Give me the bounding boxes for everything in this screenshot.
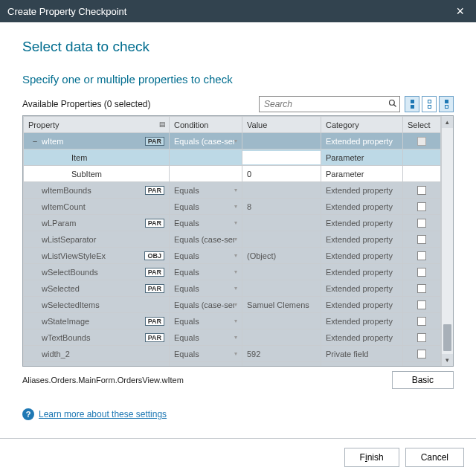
chevron-down-icon[interactable]: ▾ <box>234 219 237 226</box>
value-cell <box>242 329 321 346</box>
table-row[interactable]: –wItemPAREquals (case-sensitive)▾Extende… <box>24 133 441 149</box>
chevron-down-icon[interactable]: ▾ <box>234 350 237 357</box>
select-checkbox[interactable] <box>417 137 426 146</box>
select-checkbox[interactable] <box>417 284 426 293</box>
type-badge: PAR <box>145 219 164 228</box>
condition-value: Equals <box>174 219 234 228</box>
learn-more: ? Learn more about these settings <box>22 408 454 420</box>
scroll-down-icon[interactable]: ▾ <box>442 354 453 366</box>
chevron-down-icon[interactable]: ▾ <box>234 301 237 308</box>
svg-line-1 <box>394 104 396 106</box>
property-name: wLParam <box>42 219 142 228</box>
chevron-down-icon[interactable]: ▾ <box>234 187 237 193</box>
alias-path: Aliases.Orders.MainForm.OrdersView.wItem <box>22 376 184 385</box>
chevron-down-icon[interactable]: ▾ <box>234 285 237 292</box>
table-row[interactable]: width_2Equals▾592Private field <box>24 346 441 362</box>
category-cell: Extended property <box>321 248 403 264</box>
select-checkbox[interactable] <box>417 350 426 358</box>
chevron-down-icon[interactable]: ▾ <box>234 268 237 275</box>
col-select[interactable]: Select <box>403 117 441 133</box>
col-property[interactable]: Property▤ <box>24 117 170 133</box>
category-cell: Private field <box>321 346 403 362</box>
property-name: Item <box>71 153 164 162</box>
select-checkbox[interactable] <box>417 268 426 277</box>
chevron-down-icon[interactable]: ▾ <box>234 318 237 324</box>
table-row[interactable]: wLParamPAREquals▾Extended property <box>24 215 441 231</box>
select-checkbox[interactable] <box>417 186 426 195</box>
chevron-down-icon[interactable]: ▾ <box>234 334 237 341</box>
condition-value: Equals <box>174 333 234 342</box>
table-row[interactable]: wItemCountEquals▾8Extended property <box>24 199 441 215</box>
filter-checked-button[interactable] <box>405 96 419 112</box>
category-cell: Extended property <box>321 215 403 231</box>
expand-icon[interactable]: – <box>28 137 42 145</box>
table-row[interactable]: wTextBoundsPAREquals▾Extended property <box>24 329 441 346</box>
value-cell: 8 <box>242 199 321 215</box>
scroll-up-icon[interactable]: ▴ <box>442 116 453 128</box>
table-row[interactable]: SubItem0Parameter <box>24 166 441 182</box>
property-name: wSelectBounds <box>42 268 142 277</box>
select-checkbox[interactable] <box>417 300 426 309</box>
condition-value: Equals <box>174 251 234 260</box>
category-cell: Extended property <box>321 231 403 248</box>
select-checkbox[interactable] <box>417 251 426 260</box>
value-input[interactable] <box>242 151 321 164</box>
table-row[interactable]: ItemParameter <box>24 149 441 166</box>
basic-button[interactable]: Basic <box>392 371 454 389</box>
search-field[interactable] <box>260 99 386 109</box>
type-badge: PAR <box>145 137 164 146</box>
value-cell: 592 <box>242 346 321 362</box>
finish-button[interactable]: Finish <box>344 448 399 467</box>
learn-more-link[interactable]: Learn more about these settings <box>39 409 167 419</box>
table-row[interactable]: xEquals▾0Private field <box>24 362 441 367</box>
value-cell: 0 <box>242 362 321 367</box>
properties-grid: Property▤ Condition Value Category Selec… <box>22 115 454 367</box>
scrollbar[interactable]: ▴ ▾ <box>441 116 453 366</box>
condition-value: Equals (case-sensitive) <box>174 235 234 244</box>
scroll-thumb[interactable] <box>443 324 451 351</box>
type-badge: PAR <box>145 333 164 342</box>
value-cell: Samuel Clemens <box>242 297 321 313</box>
footer: Finish Cancel <box>0 438 476 476</box>
table-row[interactable]: wItemBoundsPAREquals▾Extended property <box>24 182 441 199</box>
select-checkbox[interactable] <box>417 317 426 326</box>
condition-value: Equals <box>174 366 234 367</box>
chevron-down-icon[interactable]: ▾ <box>234 203 237 210</box>
search-input[interactable] <box>259 96 400 112</box>
select-checkbox[interactable] <box>417 235 426 244</box>
value-cell <box>242 182 321 199</box>
filter-unchecked-button[interactable] <box>422 96 437 112</box>
condition-value: Equals (case-sensitive) <box>174 137 234 146</box>
select-checkbox[interactable] <box>417 202 426 211</box>
table-row[interactable]: wListSeparatorEquals (case-sensitive)▾Ex… <box>24 231 441 248</box>
table-row[interactable]: wSelectedPAREquals▾Extended property <box>24 280 441 297</box>
table-row[interactable]: wSelectBoundsPAREquals▾Extended property <box>24 264 441 280</box>
value-cell <box>242 264 321 280</box>
select-checkbox[interactable] <box>417 333 426 342</box>
select-checkbox[interactable] <box>417 219 426 228</box>
value-cell <box>242 231 321 248</box>
search-icon[interactable] <box>386 99 399 110</box>
help-icon[interactable]: ? <box>22 408 34 420</box>
type-badge: PAR <box>145 186 164 195</box>
page-subtitle: Specify one or multiple properties to ch… <box>22 73 454 86</box>
chevron-down-icon[interactable]: ▾ <box>234 236 237 242</box>
property-name: SubItem <box>71 170 164 178</box>
close-icon[interactable]: × <box>451 4 469 19</box>
chevron-down-icon[interactable]: ▾ <box>234 138 237 144</box>
table-row[interactable]: wSelectedItemsEquals (case-sensitive)▾Sa… <box>24 297 441 313</box>
category-cell: Extended property <box>321 199 403 215</box>
condition-value: Equals <box>174 350 234 358</box>
col-condition[interactable]: Condition <box>170 117 242 133</box>
table-row[interactable]: wStateImagePAREquals▾Extended property <box>24 313 441 329</box>
condition-value: Equals <box>174 317 234 326</box>
col-value[interactable]: Value <box>242 117 321 133</box>
value-cell <box>242 133 321 149</box>
category-cell: Extended property <box>321 297 403 313</box>
chevron-down-icon[interactable]: ▾ <box>234 252 237 259</box>
sort-icon: ▤ <box>159 120 166 128</box>
filter-all-button[interactable] <box>439 96 454 112</box>
cancel-button[interactable]: Cancel <box>405 448 464 467</box>
col-category[interactable]: Category <box>321 117 403 133</box>
table-row[interactable]: wListViewStyleExOBJEquals▾(Object)Extend… <box>24 248 441 264</box>
